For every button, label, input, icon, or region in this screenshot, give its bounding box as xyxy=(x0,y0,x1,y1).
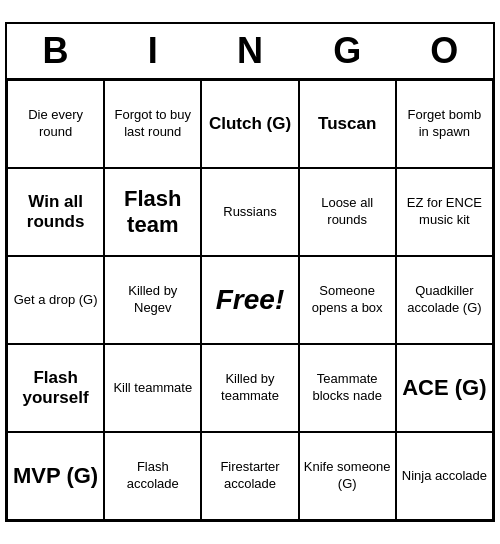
cell-text-8: Loose all rounds xyxy=(304,195,391,229)
cell-text-18: Teammate blocks nade xyxy=(304,371,391,405)
bingo-cell-6: Flash team xyxy=(104,168,201,256)
cell-text-5: Win all rounds xyxy=(12,192,99,233)
cell-text-9: EZ for ENCE music kit xyxy=(401,195,488,229)
cell-text-15: Flash yourself xyxy=(12,368,99,409)
bingo-cell-21: Flash accolade xyxy=(104,432,201,520)
bingo-cell-10: Get a drop (G) xyxy=(7,256,104,344)
cell-text-21: Flash accolade xyxy=(109,459,196,493)
cell-text-11: Killed by Negev xyxy=(109,283,196,317)
bingo-grid: Die every roundForgot to buy last roundC… xyxy=(7,80,493,520)
bingo-cell-4: Forget bomb in spawn xyxy=(396,80,493,168)
bingo-cell-14: Quadkiller accolade (G) xyxy=(396,256,493,344)
cell-text-23: Knife someone (G) xyxy=(304,459,391,493)
header-letter-o: O xyxy=(396,30,493,72)
bingo-cell-0: Die every round xyxy=(7,80,104,168)
bingo-cell-20: MVP (G) xyxy=(7,432,104,520)
bingo-header: BINGO xyxy=(7,24,493,80)
cell-text-16: Kill teammate xyxy=(113,380,192,397)
header-letter-g: G xyxy=(299,30,396,72)
cell-text-0: Die every round xyxy=(12,107,99,141)
bingo-cell-23: Knife someone (G) xyxy=(299,432,396,520)
cell-text-13: Someone opens a box xyxy=(304,283,391,317)
header-letter-b: B xyxy=(7,30,104,72)
bingo-cell-2: Clutch (G) xyxy=(201,80,298,168)
cell-text-20: MVP (G) xyxy=(13,463,98,489)
bingo-cell-7: Russians xyxy=(201,168,298,256)
bingo-cell-1: Forgot to buy last round xyxy=(104,80,201,168)
cell-text-24: Ninja accolade xyxy=(402,468,487,485)
bingo-cell-24: Ninja accolade xyxy=(396,432,493,520)
cell-text-14: Quadkiller accolade (G) xyxy=(401,283,488,317)
cell-text-10: Get a drop (G) xyxy=(14,292,98,309)
cell-text-7: Russians xyxy=(223,204,276,221)
cell-text-17: Killed by teammate xyxy=(206,371,293,405)
bingo-cell-12: Free! xyxy=(201,256,298,344)
bingo-cell-19: ACE (G) xyxy=(396,344,493,432)
cell-text-22: Firestarter accolade xyxy=(206,459,293,493)
cell-text-3: Tuscan xyxy=(318,114,376,134)
header-letter-n: N xyxy=(201,30,298,72)
cell-text-6: Flash team xyxy=(109,186,196,239)
bingo-cell-13: Someone opens a box xyxy=(299,256,396,344)
cell-text-12: Free! xyxy=(216,282,284,318)
bingo-cell-9: EZ for ENCE music kit xyxy=(396,168,493,256)
bingo-cell-15: Flash yourself xyxy=(7,344,104,432)
cell-text-4: Forget bomb in spawn xyxy=(401,107,488,141)
bingo-cell-22: Firestarter accolade xyxy=(201,432,298,520)
bingo-cell-17: Killed by teammate xyxy=(201,344,298,432)
bingo-cell-5: Win all rounds xyxy=(7,168,104,256)
cell-text-1: Forgot to buy last round xyxy=(109,107,196,141)
bingo-card: BINGO Die every roundForgot to buy last … xyxy=(5,22,495,522)
bingo-cell-16: Kill teammate xyxy=(104,344,201,432)
cell-text-2: Clutch (G) xyxy=(209,114,291,134)
bingo-cell-18: Teammate blocks nade xyxy=(299,344,396,432)
cell-text-19: ACE (G) xyxy=(402,375,486,401)
bingo-cell-3: Tuscan xyxy=(299,80,396,168)
bingo-cell-8: Loose all rounds xyxy=(299,168,396,256)
header-letter-i: I xyxy=(104,30,201,72)
bingo-cell-11: Killed by Negev xyxy=(104,256,201,344)
